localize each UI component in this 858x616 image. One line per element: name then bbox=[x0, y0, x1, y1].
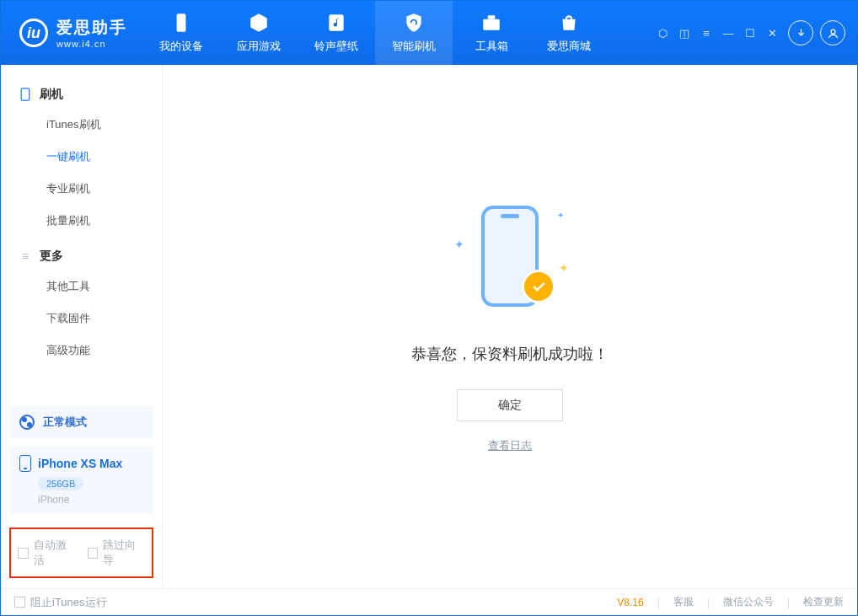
mode-icon bbox=[19, 415, 35, 430]
svg-point-4 bbox=[831, 29, 835, 34]
music-icon bbox=[325, 12, 347, 34]
mode-label: 正常模式 bbox=[43, 415, 87, 430]
checkbox-icon bbox=[18, 548, 29, 559]
sidebar-group-header[interactable]: 刷机 bbox=[1, 80, 162, 109]
user-button[interactable] bbox=[820, 20, 845, 46]
success-message: 恭喜您，保资料刷机成功啦！ bbox=[411, 344, 609, 364]
nav-label: 应用游戏 bbox=[237, 39, 281, 54]
nav-label: 我的设备 bbox=[159, 39, 203, 54]
device-icon bbox=[170, 12, 192, 34]
svg-rect-2 bbox=[483, 19, 500, 30]
options-highlight-box: 自动激活 跳过向导 bbox=[9, 528, 153, 578]
check-badge-icon bbox=[522, 270, 555, 303]
app-window: iu 爱思助手 www.i4.cn 我的设备 应用游戏 铃声壁纸 智能刷机 bbox=[0, 0, 858, 616]
ok-button[interactable]: 确定 bbox=[457, 389, 563, 421]
sidebar-item-download-firmware[interactable]: 下载固件 bbox=[1, 303, 162, 335]
device-capacity: 256GB bbox=[38, 477, 83, 490]
svg-rect-0 bbox=[177, 13, 186, 32]
separator: | bbox=[657, 597, 660, 608]
group-title: 刷机 bbox=[40, 87, 63, 102]
separator: | bbox=[787, 597, 790, 608]
titlebar-controls: ⬡ ◫ ≡ — ☐ ✕ bbox=[657, 20, 857, 46]
separator: | bbox=[707, 597, 710, 608]
bag-icon bbox=[558, 12, 580, 34]
nav-label: 爱思商城 bbox=[547, 39, 591, 54]
checkbox-auto-activate[interactable]: 自动激活 bbox=[18, 538, 76, 568]
main-content: ✦ ✦ ✦ 恭喜您，保资料刷机成功啦！ 确定 查看日志 bbox=[163, 65, 857, 588]
app-url: www.i4.cn bbox=[56, 39, 127, 49]
group-title: 更多 bbox=[40, 249, 63, 264]
view-log-link[interactable]: 查看日志 bbox=[488, 438, 532, 453]
nav-label: 工具箱 bbox=[475, 39, 508, 54]
nav-apps-games[interactable]: 应用游戏 bbox=[220, 1, 298, 65]
footer-link-wechat[interactable]: 微信公众号 bbox=[723, 595, 774, 609]
device-subtitle: iPhone bbox=[38, 494, 143, 506]
toolbox-icon bbox=[480, 12, 502, 34]
logo-text: 爱思助手 www.i4.cn bbox=[56, 17, 127, 49]
sidebar-group-more: ≡ 更多 其他工具 下载固件 高级功能 bbox=[1, 242, 162, 372]
footer-link-update[interactable]: 检查更新 bbox=[803, 595, 844, 609]
checkbox-icon bbox=[14, 597, 25, 608]
nav-label: 铃声壁纸 bbox=[314, 39, 358, 54]
lock-icon[interactable]: ◫ bbox=[678, 27, 690, 40]
cube-icon bbox=[248, 12, 270, 34]
mode-card[interactable]: 正常模式 bbox=[9, 406, 153, 438]
checkbox-skip-guide[interactable]: 跳过向导 bbox=[88, 538, 146, 568]
nav-ringtone-wallpaper[interactable]: 铃声壁纸 bbox=[298, 1, 375, 65]
phone-outline-icon bbox=[19, 88, 31, 100]
sidebar-item-pro-flash[interactable]: 专业刷机 bbox=[1, 173, 162, 205]
footer-right: V8.16 | 客服 | 微信公众号 | 检查更新 bbox=[617, 595, 844, 609]
nav-label: 智能刷机 bbox=[392, 39, 436, 54]
sidebar-group-flash: 刷机 iTunes刷机 一键刷机 专业刷机 批量刷机 bbox=[1, 80, 162, 242]
body: 刷机 iTunes刷机 一键刷机 专业刷机 批量刷机 ≡ 更多 其他工具 下载固… bbox=[1, 65, 857, 588]
device-card[interactable]: iPhone XS Max 256GB iPhone bbox=[9, 447, 153, 514]
main-nav: 我的设备 应用游戏 铃声壁纸 智能刷机 工具箱 爱思商城 bbox=[142, 1, 608, 65]
sidebar: 刷机 iTunes刷机 一键刷机 专业刷机 批量刷机 ≡ 更多 其他工具 下载固… bbox=[1, 65, 163, 588]
app-name: 爱思助手 bbox=[56, 17, 127, 39]
shirt-icon[interactable]: ⬡ bbox=[657, 27, 668, 40]
svg-rect-3 bbox=[488, 15, 496, 19]
maximize-icon[interactable]: ☐ bbox=[744, 27, 756, 40]
sidebar-scroll: 刷机 iTunes刷机 一键刷机 专业刷机 批量刷机 ≡ 更多 其他工具 下载固… bbox=[1, 65, 162, 401]
sidebar-item-other-tools[interactable]: 其他工具 bbox=[1, 271, 162, 303]
sidebar-item-oneclick-flash[interactable]: 一键刷机 bbox=[1, 141, 162, 173]
sparkle-icon: ✦ bbox=[557, 211, 564, 220]
success-illustration: ✦ ✦ ✦ bbox=[451, 201, 569, 319]
app-logo: iu 爱思助手 www.i4.cn bbox=[1, 17, 142, 49]
sidebar-item-advanced[interactable]: 高级功能 bbox=[1, 335, 162, 367]
checkbox-label: 阻止iTunes运行 bbox=[30, 595, 107, 610]
phone-icon bbox=[19, 455, 31, 472]
nav-my-device[interactable]: 我的设备 bbox=[142, 1, 220, 65]
download-button[interactable] bbox=[788, 20, 813, 46]
minimize-icon[interactable]: — bbox=[722, 27, 734, 40]
footer-link-support[interactable]: 客服 bbox=[673, 595, 694, 609]
titlebar: iu 爱思助手 www.i4.cn 我的设备 应用游戏 铃声壁纸 智能刷机 bbox=[1, 1, 857, 65]
shield-refresh-icon bbox=[403, 12, 425, 34]
sidebar-item-batch-flash[interactable]: 批量刷机 bbox=[1, 205, 162, 237]
nav-smart-flash[interactable]: 智能刷机 bbox=[375, 1, 453, 65]
close-icon[interactable]: ✕ bbox=[766, 27, 778, 40]
nav-store[interactable]: 爱思商城 bbox=[530, 1, 608, 65]
list-icon: ≡ bbox=[19, 250, 31, 262]
device-name: iPhone XS Max bbox=[38, 457, 122, 470]
sidebar-group-header[interactable]: ≡ 更多 bbox=[1, 242, 162, 271]
system-icons: ⬡ ◫ ≡ — ☐ ✕ bbox=[657, 27, 778, 40]
menu-icon[interactable]: ≡ bbox=[700, 27, 712, 40]
sparkle-icon: ✦ bbox=[559, 261, 569, 275]
svg-rect-5 bbox=[21, 88, 29, 100]
sparkle-icon: ✦ bbox=[454, 238, 464, 251]
checkbox-icon bbox=[88, 548, 99, 559]
footer: 阻止iTunes运行 V8.16 | 客服 | 微信公众号 | 检查更新 bbox=[1, 588, 857, 615]
nav-toolbox[interactable]: 工具箱 bbox=[453, 1, 530, 65]
logo-icon: iu bbox=[19, 19, 48, 47]
checkbox-label: 自动激活 bbox=[34, 538, 76, 568]
checkbox-block-itunes[interactable]: 阻止iTunes运行 bbox=[14, 595, 107, 610]
checkbox-label: 跳过向导 bbox=[103, 538, 145, 568]
sidebar-item-itunes-flash[interactable]: iTunes刷机 bbox=[1, 109, 162, 141]
version-label: V8.16 bbox=[617, 597, 643, 608]
